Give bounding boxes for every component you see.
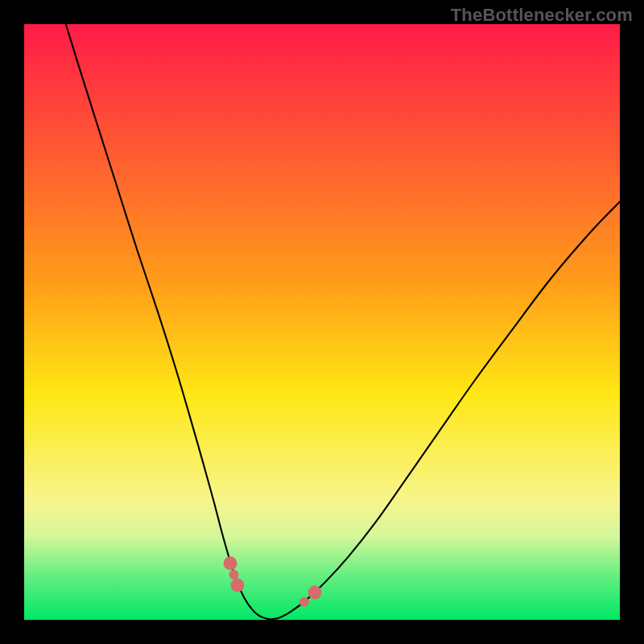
- chart-svg: [24, 24, 620, 620]
- marker-dot-2: [230, 579, 244, 592]
- marker-dot-1: [229, 570, 238, 580]
- watermark-text: TheBottlenecker.com: [451, 5, 633, 26]
- marker-dot-0: [224, 556, 237, 570]
- gradient-background: [24, 24, 620, 620]
- chart-plot-area: [24, 24, 620, 620]
- marker-dot-4: [308, 585, 322, 599]
- marker-dot-3: [299, 597, 309, 607]
- chart-frame: TheBottlenecker.com: [0, 0, 644, 644]
